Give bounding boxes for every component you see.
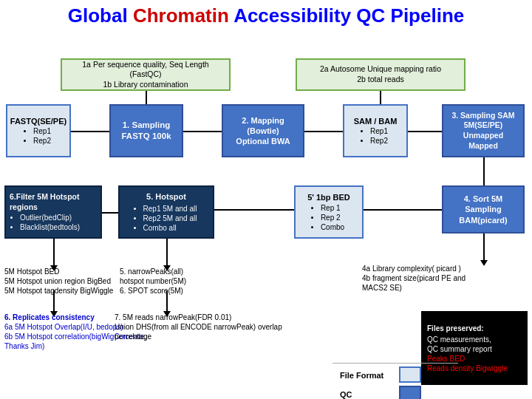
arrow-5mbed-down	[53, 290, 55, 311]
filter-outlier: Outlier(bedClip)	[20, 213, 80, 222]
diagram: 1a Per sequence quality, Seq Length (Fas…	[0, 30, 532, 397]
files-line2: QC summary report	[427, 344, 492, 354]
note-np-line2: hotspot number(5M)	[120, 276, 186, 286]
note-7-line3: percentage	[115, 332, 282, 341]
note-5m-bed: 5M Hotspot BED 5M Hotspot union region B…	[4, 267, 113, 296]
files-line1: QC measurements,	[427, 335, 491, 344]
title-prefix: Global	[68, 4, 133, 27]
bed-combo: Combo	[321, 222, 344, 232]
hotspot-box: 5. Hotspot Rep1 5M and all Rep2 5M and a…	[118, 185, 214, 239]
sambam-rep1: Rep1	[370, 126, 388, 136]
fastq-rep2: Rep2	[33, 136, 51, 146]
note-lib-line1: 4a Library complexity( picard )	[362, 264, 466, 273]
note-7-line2: Union DHS(from all ENCODE narrowPeak) ov…	[115, 322, 282, 332]
hotspot-title: 5. Hotspot	[146, 191, 186, 202]
sort-box: 4. Sort 5MSamplingBAM(picard)	[442, 185, 525, 233]
files-title: Files preserved:	[427, 324, 484, 333]
bed-box: 5' 1bp BED Rep 1 Rep 2 Combo	[294, 185, 364, 239]
qc-label-text: QC	[340, 389, 352, 399]
fastq-box: FASTQ(SE/PE) Rep1 Rep2	[6, 104, 71, 157]
filter-box: 6.Filter 5M Hotspot regions Outlier(bedC…	[4, 185, 102, 239]
bed-rep2: Rep 2	[321, 213, 344, 222]
mapping-box: 2. Mapping(Bowtie)Optional BWA	[222, 104, 304, 157]
note-rep-line4: Thanks Jim)	[4, 341, 146, 351]
file-format-label: File Format	[340, 370, 383, 381]
note-narrowpeaks: 5. narrowPeaks(all) hotspot number(5M) 6…	[120, 267, 186, 296]
files-line3: Peaks BED	[427, 354, 465, 364]
note-7-line1: 7. 5M reads narrowPeak(FDR 0.01)	[115, 313, 282, 322]
bed-rep1: Rep 1	[321, 203, 344, 213]
file-format-box	[399, 366, 421, 383]
sampling-sam-label: 3. Sampling SAM5M(SE/PE)UnmappedMapped	[451, 111, 514, 151]
arrow-sambam-samsampling	[408, 131, 442, 132]
arrow-samsampling-sort	[483, 157, 485, 185]
arrow-sort-down	[483, 233, 485, 260]
arrow-sort-bed	[364, 209, 442, 211]
filter-title: 6.Filter 5M Hotspot regions	[10, 192, 97, 212]
fastq-title: FASTQ(SE/PE)	[10, 116, 66, 126]
sort-label: 4. Sort 5MSamplingBAM(picard)	[459, 194, 507, 225]
arrow-mapping-sambam	[304, 131, 343, 132]
title-suffix: Accessibility QC Pipeline	[229, 4, 464, 27]
note-lib-line3: MACS2 SE)	[362, 283, 466, 293]
arrow-hotspot-down	[166, 239, 168, 265]
note-5m-bed-line2: 5M Hotspot union region BigBed	[4, 276, 113, 286]
qc-text: QC	[340, 390, 352, 399]
sampling-box: 1. SamplingFASTQ 100k	[109, 104, 183, 157]
bed-title: 5' 1bp BED	[307, 192, 350, 202]
qc1-label: 1a Per sequence quality, Seq Length (Fas…	[66, 60, 225, 90]
filter-blacklist: Blacklist(bedtools)	[20, 222, 80, 232]
note-7: 7. 5M reads narrowPeak(FDR 0.01) Union D…	[115, 313, 282, 341]
note-np-line1: 5. narrowPeaks(all)	[120, 267, 186, 276]
sambam-box: SAM / BAM Rep1 Rep2	[343, 104, 408, 157]
file-format-text: File Format	[340, 371, 383, 380]
note-np-line3: 6. SPOT score(5M)	[120, 286, 186, 296]
fastq-rep1: Rep1	[33, 126, 51, 136]
note-lib-line2: 4b fragment size(picard PE and	[362, 273, 466, 283]
files-line4: Reads density Bigwiggle	[427, 364, 508, 373]
page-title: Global Chromatin Accessibility QC Pipeli…	[0, 0, 532, 30]
qc-color-box	[399, 386, 421, 399]
sampling-sam-box: 3. Sampling SAM5M(SE/PE)UnmappedMapped	[442, 104, 525, 157]
legend-divider	[332, 363, 458, 364]
hotspot-rep2: Rep2 5M and all	[143, 214, 197, 223]
sampling-label: 1. SamplingFASTQ 100k	[121, 120, 171, 142]
note-5m-bed-line3: 5M Hotspot tagdensity BigWiggle	[4, 286, 113, 296]
note-5m-bed-line1: 5M Hotspot BED	[4, 267, 113, 276]
sambam-rep2: Rep2	[370, 136, 388, 146]
arrow-bed-hotspot	[214, 209, 294, 211]
qc-box-1: 1a Per sequence quality, Seq Length (Fas…	[61, 58, 231, 91]
arrow-fastq-sampling	[71, 131, 109, 132]
arrow-filter-down	[53, 239, 55, 265]
note-lib-complexity: 4a Library complexity( picard ) 4b fragm…	[362, 264, 466, 293]
files-preserved-box: Files preserved: QC measurements, QC sum…	[421, 311, 528, 385]
arrow-sampling-mapping	[183, 131, 222, 132]
mapping-label: 2. Mapping(Bowtie)Optional BWA	[236, 115, 290, 147]
title-chromatin: Chromatin	[133, 4, 229, 27]
qc2-label: 2a Autosome Unique mapping ratio2b total…	[320, 64, 441, 84]
hotspot-rep1: Rep1 5M and all	[143, 204, 197, 214]
sambam-title: SAM / BAM	[354, 116, 398, 126]
qc-box-2: 2a Autosome Unique mapping ratio2b total…	[296, 58, 466, 91]
hotspot-combo: Combo all	[143, 223, 197, 233]
arrow-np-down	[166, 290, 168, 311]
